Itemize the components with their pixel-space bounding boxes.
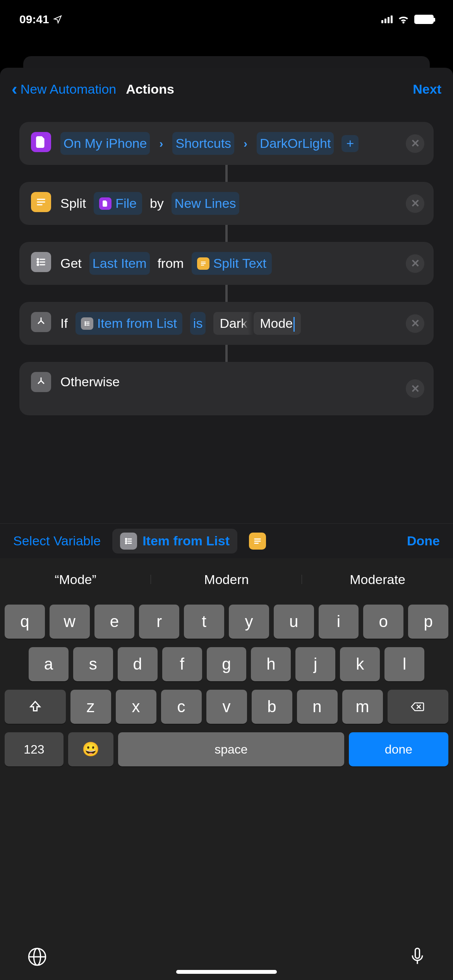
suggestion-3[interactable]: Moderate [302,572,453,587]
back-button[interactable]: ‹ New Automation Actions [12,79,174,99]
status-time: 09:41 [19,13,49,26]
key-q[interactable]: q [5,605,45,639]
if-variable-token[interactable]: Item from List [76,312,182,335]
get-from: from [158,254,184,273]
delete-action-button[interactable]: ✕ [406,194,424,213]
key-v[interactable]: v [206,690,247,724]
battery-icon [414,15,434,24]
list-icon [81,317,93,330]
key-w[interactable]: w [50,605,90,639]
space-key[interactable]: space [118,732,344,766]
home-indicator[interactable] [176,970,277,974]
key-e[interactable]: e [94,605,135,639]
action-if[interactable]: If Item from List is Dark Mode ✕ [19,302,434,345]
svg-point-3 [37,259,39,260]
action-file-path[interactable]: On My iPhone › Shortcuts › DarkOrLight +… [19,122,434,165]
keyboard-accessory-bar: Select Variable Item from List Done [0,523,453,558]
emoji-icon: 😀 [82,741,100,757]
key-p[interactable]: p [408,605,448,639]
keyboard: “Mode” Modern Moderate q w e r t y u i o… [0,558,453,980]
key-c[interactable]: c [161,690,202,724]
svg-point-20 [125,540,127,541]
action-get-item[interactable]: Get Last Item from Split Text ✕ [19,242,434,285]
globe-key[interactable] [27,947,47,968]
text-icon [197,257,209,270]
key-y[interactable]: y [229,605,269,639]
emoji-key[interactable]: 😀 [68,732,113,766]
suggestion-1[interactable]: “Mode” [0,572,151,587]
key-j[interactable]: j [295,647,335,681]
if-value-part1[interactable]: Dark [213,312,254,335]
keyboard-done-key[interactable]: done [349,732,448,766]
path-seg-1[interactable]: On My iPhone [60,132,150,155]
status-bar: 09:41 [0,0,453,39]
delete-action-button[interactable]: ✕ [406,134,424,153]
get-selector[interactable]: Last Item [89,252,150,275]
get-source-token[interactable]: Split Text [192,252,272,275]
split-file-token[interactable]: File [94,192,142,215]
list-icon [120,533,137,550]
otherwise-label: Otherwise [60,372,120,392]
action-otherwise[interactable]: Otherwise ✕ [19,362,434,415]
shift-key[interactable] [5,690,66,724]
key-r[interactable]: r [139,605,179,639]
key-f[interactable]: f [162,647,202,681]
svg-point-18 [125,538,127,540]
chevron-right-icon: › [242,135,249,152]
svg-point-12 [85,322,86,322]
split-verb: Split [60,194,86,213]
path-seg-2[interactable]: Shortcuts [172,132,234,155]
globe-icon [27,947,47,967]
key-s[interactable]: s [73,647,113,681]
key-d[interactable]: d [118,647,158,681]
add-path-button[interactable]: + [341,135,359,152]
key-i[interactable]: i [319,605,359,639]
delete-action-button[interactable]: ✕ [406,379,424,398]
chevron-left-icon: ‹ [12,79,17,99]
key-row-2: a s d f g h j k l [5,647,448,681]
key-l[interactable]: l [384,647,424,681]
svg-point-7 [37,264,39,266]
key-m[interactable]: m [342,690,383,724]
action-split[interactable]: Split File by New Lines ✕ [19,182,434,225]
key-a[interactable]: a [29,647,69,681]
file-icon [99,197,112,210]
done-button[interactable]: Done [407,533,440,548]
variable-chip[interactable]: Item from List [112,529,237,553]
get-verb: Get [60,254,82,273]
key-u[interactable]: u [274,605,314,639]
key-row-3: z x c v b n m [5,690,448,724]
delete-action-button[interactable]: ✕ [406,314,424,333]
key-t[interactable]: t [184,605,224,639]
svg-point-22 [125,543,127,544]
next-button[interactable]: Next [413,82,441,97]
text-variable-chip[interactable] [249,533,266,550]
key-z[interactable]: z [70,690,111,724]
text-icon [31,192,51,212]
branch-icon [31,312,51,332]
key-k[interactable]: k [340,647,380,681]
file-icon [31,132,51,152]
numbers-key[interactable]: 123 [5,732,63,766]
suggestion-2[interactable]: Modern [151,572,302,587]
key-h[interactable]: h [251,647,291,681]
backspace-key[interactable] [388,690,449,724]
key-x[interactable]: x [116,690,156,724]
cellular-icon [381,15,393,23]
if-value-input[interactable]: Mode [254,312,301,335]
list-icon [31,252,51,272]
select-variable-button[interactable]: Select Variable [13,533,101,548]
if-operator[interactable]: is [190,312,206,335]
split-by: by [150,194,164,213]
delete-action-button[interactable]: ✕ [406,254,424,273]
key-b[interactable]: b [252,690,292,724]
key-n[interactable]: n [297,690,338,724]
mic-icon [409,947,426,968]
path-seg-3[interactable]: DarkOrLight [257,132,334,155]
dictation-key[interactable] [409,947,426,968]
suggestion-bar: “Mode” Modern Moderate [0,558,453,601]
key-g[interactable]: g [207,647,247,681]
svg-rect-32 [415,948,420,958]
split-mode[interactable]: New Lines [172,192,239,215]
key-o[interactable]: o [363,605,403,639]
